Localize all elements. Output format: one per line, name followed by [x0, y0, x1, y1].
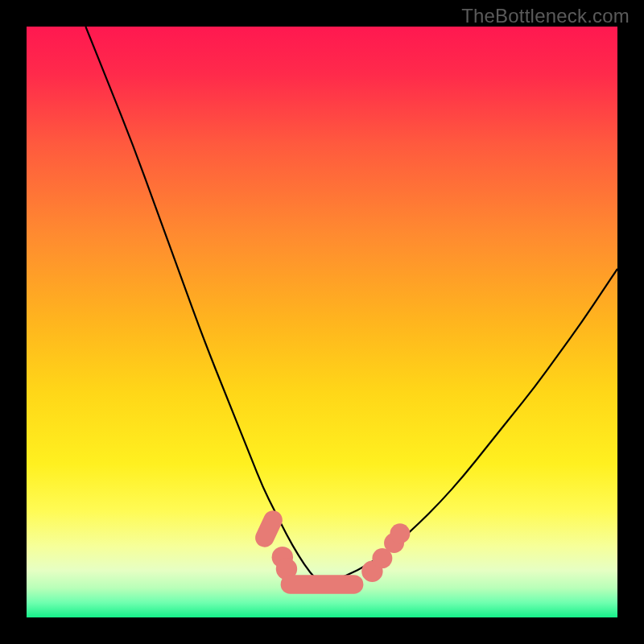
- marker-7: [390, 523, 410, 543]
- watermark-text: TheBottleneck.com: [461, 5, 630, 27]
- plot-area: [27, 27, 617, 617]
- marker-3: [281, 575, 364, 593]
- chart-svg: [27, 27, 617, 617]
- gradient-background: [27, 27, 617, 617]
